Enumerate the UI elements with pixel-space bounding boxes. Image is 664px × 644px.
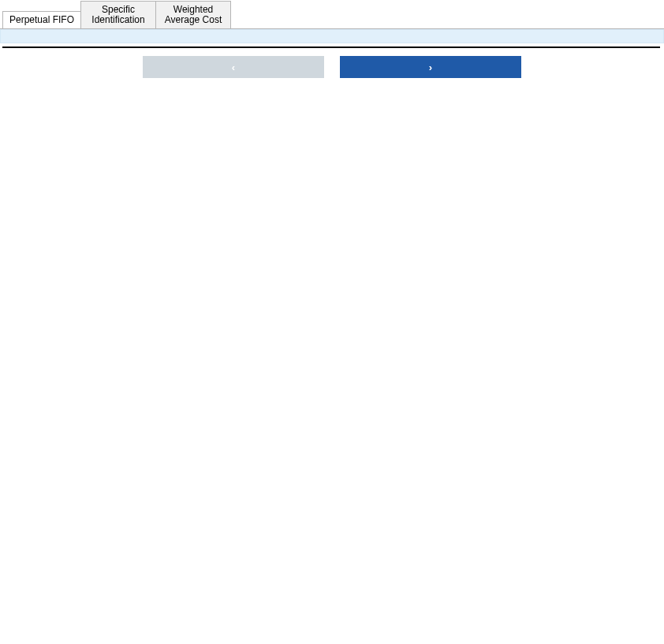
tab-1[interactable]: SpecificIdentification xyxy=(80,1,156,28)
tab-2[interactable]: WeightedAverage Cost xyxy=(155,1,231,28)
worksheet xyxy=(2,47,660,48)
chevron-right-icon: › xyxy=(424,61,437,73)
instruction-bar xyxy=(0,29,664,43)
prev-button[interactable]: ‹ xyxy=(143,56,324,78)
footer-nav: ‹ › xyxy=(0,56,664,78)
method-tabs: Perpetual FIFOSpecificIdentificationWeig… xyxy=(0,0,664,29)
next-button[interactable]: › xyxy=(340,56,521,78)
chevron-left-icon: ‹ xyxy=(227,61,240,73)
tab-0[interactable]: Perpetual FIFO xyxy=(2,11,81,28)
